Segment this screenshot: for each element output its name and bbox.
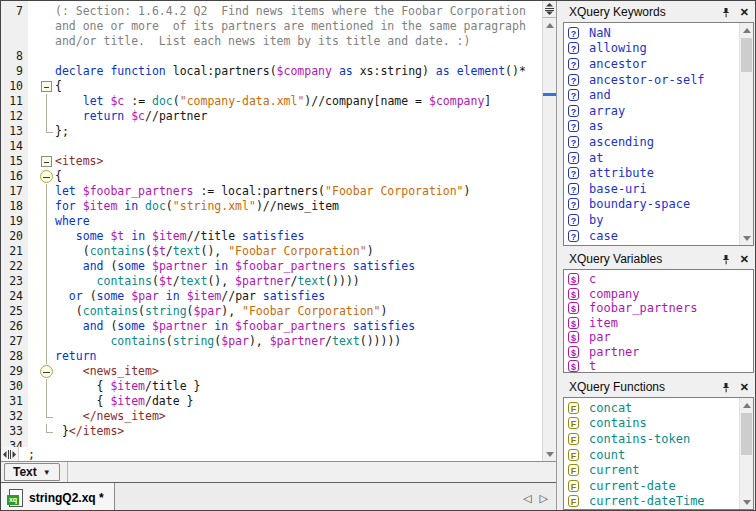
close-icon[interactable]: ✕ <box>740 7 749 18</box>
code-line[interactable]: 11 let $c := doc("company-data.xml")//co… <box>1 94 542 109</box>
split-window-horizontal-handle-icon[interactable] <box>1 447 19 461</box>
code-line[interactable]: 28return <box>1 349 542 364</box>
keyword-item[interactable]: ?base-uri <box>564 181 753 197</box>
code-line[interactable]: 24 or (some $par in $item//par satisfies <box>1 289 542 304</box>
code-line[interactable]: 29 <news_item> <box>1 364 542 379</box>
code-line[interactable]: 10{ <box>1 79 542 94</box>
keyword-item[interactable]: ?NaN <box>564 25 753 41</box>
keyword-item[interactable]: ?ancestor <box>564 56 753 72</box>
xmlspy-window: 7(: Section: 1.6.4.2 Q2 Find news items … <box>0 0 756 511</box>
code-line[interactable]: 19where <box>1 214 542 229</box>
fold-collapse-icon[interactable] <box>27 364 55 379</box>
keyword-item[interactable]: ?by <box>564 212 753 228</box>
code-line[interactable]: 17let $foobar_partners := local:partners… <box>1 184 542 199</box>
code-line[interactable]: 34 <box>1 439 542 447</box>
keyword-item[interactable]: ?cast <box>564 243 753 246</box>
variables-list[interactable]: $c$company$foobar_partners$item$par$part… <box>563 269 754 373</box>
code-text-area[interactable]: 7(: Section: 1.6.4.2 Q2 Find news items … <box>1 1 542 447</box>
function-item[interactable]: Fcurrent-date <box>564 478 753 494</box>
scroll-down-button[interactable] <box>543 447 556 461</box>
editor-vertical-scrollbar[interactable] <box>542 1 556 461</box>
code-line[interactable]: 12 return $c//partner <box>1 109 542 124</box>
code-line[interactable]: 20 some $t in $item//title satisfies <box>1 229 542 244</box>
code-line[interactable]: 31 { $item/date } <box>1 394 542 409</box>
code-editor[interactable]: 7(: Section: 1.6.4.2 Q2 Find news items … <box>1 1 556 461</box>
code-line-text: or (some $par in $item//par satisfies <box>55 289 542 304</box>
code-line[interactable]: and/or title. List each news item by its… <box>1 34 542 49</box>
code-line[interactable]: 16{ <box>1 169 542 184</box>
function-item[interactable]: Fconcat <box>564 400 753 416</box>
scrollbar-track[interactable] <box>543 32 556 447</box>
code-line[interactable]: 15<items> <box>1 154 542 169</box>
keyword-icon: ? <box>568 136 579 148</box>
scroll-down-button[interactable] <box>740 231 753 245</box>
keywords-scrollbar[interactable] <box>739 23 753 245</box>
code-line[interactable]: 22 and (some $partner in $foobar_partner… <box>1 259 542 274</box>
fold-collapse-icon[interactable] <box>27 169 55 184</box>
scroll-up-button[interactable] <box>543 18 556 32</box>
functions-scrollbar[interactable] <box>739 398 753 509</box>
item-label: ascending <box>589 135 654 149</box>
scroll-up-button[interactable] <box>740 398 753 412</box>
previous-tab-arrow[interactable]: ◁ <box>523 492 531 505</box>
code-line[interactable]: 32 </news_item> <box>1 409 542 424</box>
pin-icon[interactable] <box>721 7 731 18</box>
keyword-item[interactable]: ?case <box>564 228 753 244</box>
code-line[interactable]: and one or more of its partners are ment… <box>1 19 542 34</box>
keyword-item[interactable]: ?array <box>564 103 753 119</box>
variable-item[interactable]: $item <box>564 316 753 331</box>
code-line[interactable]: 9declare function local:partners($compan… <box>1 64 542 79</box>
code-line[interactable]: 26 and (some $partner in $foobar_partner… <box>1 319 542 334</box>
close-icon[interactable]: ✕ <box>740 382 749 393</box>
code-line[interactable]: 8 <box>1 49 542 64</box>
function-item[interactable]: Fcurrent <box>564 462 753 478</box>
function-item[interactable]: Fcontains-token <box>564 431 753 447</box>
scroll-down-button[interactable] <box>740 495 753 509</box>
code-line[interactable]: 13}; <box>1 124 542 139</box>
variable-item[interactable]: $partner <box>564 345 753 360</box>
functions-list[interactable]: FconcatFcontainsFcontains-tokenFcountFcu… <box>563 397 754 510</box>
fold-collapse-icon[interactable] <box>27 79 55 94</box>
fold-margin <box>27 49 55 64</box>
keywords-list[interactable]: ?NaN?allowing?ancestor?ancestor-or-self?… <box>563 22 754 246</box>
keyword-item[interactable]: ?boundary-space <box>564 197 753 213</box>
keyword-item[interactable]: ?ancestor-or-self <box>564 72 753 88</box>
keyword-item[interactable]: ?attribute <box>564 165 753 181</box>
keyword-item[interactable]: ?allowing <box>564 41 753 57</box>
function-item[interactable]: Fcontains <box>564 416 753 432</box>
fold-collapse-icon[interactable] <box>27 154 55 169</box>
pin-icon[interactable] <box>721 382 731 393</box>
close-icon[interactable]: ✕ <box>740 254 749 265</box>
scrollbar-thumb[interactable] <box>741 38 752 72</box>
keyword-item[interactable]: ?and <box>564 87 753 103</box>
file-tab-stringq2[interactable]: xq stringQ2.xq * <box>1 483 115 511</box>
line-number <box>1 19 27 34</box>
code-line[interactable]: 30 { $item/title } <box>1 379 542 394</box>
function-item[interactable]: Fcurrent-dateTime <box>564 494 753 510</box>
variable-item[interactable]: $par <box>564 330 753 345</box>
function-item[interactable]: Fcount <box>564 447 753 463</box>
tab-text-view[interactable]: Text ▼ <box>4 463 60 481</box>
code-line[interactable]: 21 (contains($t/text(), "Foobar Corporat… <box>1 244 542 259</box>
keyword-item[interactable]: ?at <box>564 150 753 166</box>
variable-item[interactable]: $company <box>564 287 753 302</box>
variable-item[interactable]: $foobar_partners <box>564 301 753 316</box>
code-line[interactable]: 33 }</items> <box>1 424 542 439</box>
variable-item[interactable]: $t <box>564 359 753 373</box>
split-window-handle-icon[interactable] <box>543 1 556 18</box>
scrollbar-thumb[interactable] <box>741 413 752 455</box>
panel-splitter[interactable] <box>556 1 563 510</box>
code-line[interactable]: 18for $item in doc("string.xml")//news_i… <box>1 199 542 214</box>
code-line[interactable]: 27 contains(string($par), $partner/text(… <box>1 334 542 349</box>
code-line[interactable]: 14 <box>1 139 542 154</box>
next-tab-arrow[interactable]: ▷ <box>540 492 548 505</box>
variable-item[interactable]: $c <box>564 272 753 287</box>
code-line[interactable]: 23 contains($t/text(), $partner/text()))… <box>1 274 542 289</box>
scroll-up-button[interactable] <box>740 23 753 37</box>
xquery-variables-panel: XQuery Variables ✕ $c$company$foobar_par… <box>563 249 754 373</box>
keyword-item[interactable]: ?as <box>564 119 753 135</box>
pin-icon[interactable] <box>721 254 731 265</box>
code-line[interactable]: 7(: Section: 1.6.4.2 Q2 Find news items … <box>1 4 542 19</box>
code-line[interactable]: 25 (contains(string($par), "Foobar Corpo… <box>1 304 542 319</box>
keyword-item[interactable]: ?ascending <box>564 134 753 150</box>
